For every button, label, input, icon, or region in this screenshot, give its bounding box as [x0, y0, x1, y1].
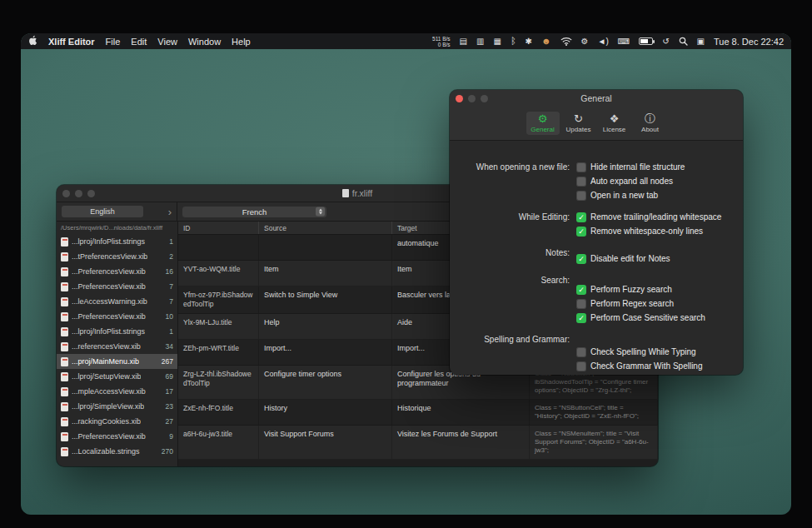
battery-icon[interactable] [639, 37, 653, 45]
preference-option[interactable]: Check Spelling While Typing [576, 346, 702, 357]
keyboard-icon[interactable]: ⌨ [618, 37, 630, 46]
minimize-button[interactable] [468, 95, 476, 102]
app-status-icon[interactable]: ✱ [526, 37, 532, 46]
preference-option[interactable]: ✓Perform Fuzzy search [576, 284, 705, 295]
istat-cpu-icon[interactable]: ▤ [460, 37, 467, 46]
source-cell: History [259, 400, 392, 425]
file-icon [61, 357, 68, 366]
preference-option[interactable]: Hide internal file structure [576, 162, 685, 172]
prefs-tab-label: General [531, 126, 554, 133]
preference-option[interactable]: ✓Remove whitespace-only lines [576, 226, 721, 237]
minimize-button[interactable] [75, 190, 82, 197]
source-cell: Switch to Simple View [259, 286, 392, 313]
menu-view[interactable]: View [157, 37, 177, 47]
file-row[interactable]: ...lproj/SetupView.xib69 [57, 369, 177, 384]
file-row[interactable]: ...leAccessWarning.xib7 [57, 294, 177, 309]
file-name: ...Localizable.strings [72, 447, 140, 456]
id-cell: Yfm-oz-97P.ibShadowedToolTip [178, 286, 259, 313]
control-center-icon[interactable]: ▣ [697, 37, 705, 46]
table-row[interactable]: ZxE-nh-fFO.titleHistoryHistoriqueClass =… [178, 400, 658, 426]
file-icon [61, 447, 68, 456]
volume-icon[interactable]: ◄) [598, 37, 609, 46]
prefs-tab-general[interactable]: ⚙General [526, 112, 560, 135]
preference-option[interactable]: ✓Disable edit for Notes [576, 253, 670, 264]
prefs-tab-label: License [603, 126, 626, 133]
checkbox [576, 347, 586, 357]
file-row[interactable]: ...mpleAccessView.xib17 [57, 384, 177, 399]
menu-bar-clock[interactable]: Tue 8. Dec 22:42 [714, 37, 784, 47]
file-name: ...mpleAccessView.xib [72, 387, 146, 396]
preference-option[interactable]: Open in a new tab [576, 190, 685, 201]
source-language-select[interactable]: English [62, 206, 143, 217]
table-row[interactable]: a6H-6u-jw3.titleVisit Support ForumsVisi… [178, 426, 658, 460]
preference-option[interactable]: ✓Remove trailing/leading whitespace [576, 212, 721, 222]
traffic-lights [450, 95, 488, 102]
bluetooth-icon[interactable]: ᛒ [511, 37, 516, 46]
app-menu[interactable]: Xliff Editor [48, 37, 95, 47]
zoom-button[interactable] [481, 95, 488, 102]
prefs-tab-license[interactable]: ❖License [598, 112, 631, 135]
prefs-section-options: Hide internal file structureAuto expand … [576, 162, 685, 201]
prefs-tab-updates[interactable]: ↻Updates [562, 112, 595, 135]
menu-edit[interactable]: Edit [131, 37, 147, 47]
istat-memory-icon[interactable]: ▥ [476, 37, 484, 46]
istat-disk-icon[interactable]: ▦ [494, 37, 501, 46]
menu-file[interactable]: File [106, 37, 121, 47]
network-download-rate: 0 B/s [438, 42, 451, 47]
prefs-section-label: While Editing: [450, 212, 576, 222]
file-row[interactable]: ...referencesView.xib34 [57, 339, 177, 354]
file-icon [61, 237, 68, 247]
prefs-section-label: Search: [450, 275, 576, 286]
zoom-button[interactable] [87, 190, 95, 197]
user-account-icon[interactable]: ☻ [541, 37, 551, 46]
file-row[interactable]: ...tPreferencesView.xib2 [57, 249, 177, 264]
prefs-tab-about[interactable]: ⓘAbout [634, 112, 667, 135]
option-label: Disable edit for Notes [590, 253, 670, 264]
id-cell: YVT-ao-WQM.title [178, 261, 259, 286]
menu-help[interactable]: Help [232, 37, 251, 47]
prefs-section-options: ✓Remove trailing/leading whitespace✓Remo… [576, 212, 721, 237]
prefs-titlebar[interactable]: General [450, 90, 743, 107]
file-row[interactable]: ...PreferencesView.xib16 [57, 264, 177, 279]
close-button[interactable] [456, 95, 463, 102]
apple-menu[interactable] [28, 34, 37, 49]
preference-option[interactable]: Perform Regex search [576, 298, 705, 309]
file-row[interactable]: ...lproj/SimpleView.xib23 [57, 399, 177, 414]
file-row[interactable]: ...PreferencesView.xib9 [57, 429, 177, 444]
preference-option[interactable]: ✓Perform Case Sensitive search [576, 312, 705, 323]
source-cell: Item [259, 261, 392, 286]
window-title-text: fr.xliff [352, 188, 372, 198]
file-row[interactable]: ...lproj/InfoPlist.strings1 [57, 324, 177, 339]
file-icon [61, 267, 68, 276]
time-machine-icon[interactable]: ↺ [662, 37, 669, 46]
file-row[interactable]: ...PreferencesView.xib7 [57, 279, 177, 294]
file-row[interactable]: ...PreferencesView.xib10 [57, 309, 177, 324]
column-header-source[interactable]: Source [259, 222, 392, 234]
network-throughput-indicator[interactable]: 511 B/s 0 B/s [432, 36, 451, 47]
close-button[interactable] [62, 190, 70, 197]
file-name: ...lproj/InfoPlist.strings [72, 327, 145, 336]
preference-option[interactable]: Auto expand all nodes [576, 176, 685, 187]
apple-icon [28, 34, 37, 49]
prefs-section-label: Notes: [450, 247, 576, 258]
file-row[interactable]: ...Localizable.strings270 [57, 444, 177, 459]
file-row[interactable]: ...proj/MainMenu.xib267 [57, 354, 177, 369]
wifi-icon[interactable] [560, 37, 572, 46]
chevron-right-icon: › [168, 207, 172, 217]
status-icons: ▤▥▦ᛒ✱☻⚙◄)⌨↺▣ [460, 37, 705, 46]
file-icon [61, 402, 68, 411]
file-row[interactable]: ...lproj/InfoPlist.strings1 [57, 234, 177, 249]
string-count-badge: 2 [169, 252, 173, 261]
string-count-badge: 34 [166, 342, 173, 351]
file-row[interactable]: ...rackingCookies.xib27 [57, 414, 177, 429]
string-count-badge: 7 [169, 297, 173, 306]
preferences-window: General ⚙General↻Updates❖LicenseⓘAbout W… [450, 90, 743, 375]
spotlight-icon[interactable] [679, 37, 688, 46]
prefs-window-title: General [580, 93, 611, 103]
column-header-id[interactable]: ID [178, 222, 259, 234]
target-language-select[interactable]: French [182, 206, 327, 218]
gear-icon[interactable]: ⚙ [581, 37, 589, 46]
menu-window[interactable]: Window [188, 37, 221, 47]
file-icon [61, 432, 68, 441]
preference-option[interactable]: Check Grammar With Spelling [576, 361, 702, 371]
